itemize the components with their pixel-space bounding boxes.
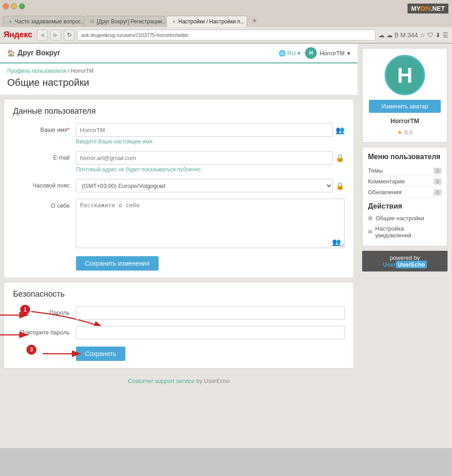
save-changes-wrap: Сохранить изменения [76,256,345,271]
reload-button[interactable]: ↻ [64,30,75,40]
tab-settings-icon: ✦ [172,19,176,24]
email-label: E-mail [13,151,76,161]
tab-settings[interactable]: ✦ Настройки / Настройки п... ✕ [166,16,247,27]
menu-item-comments: Комментарии 0 [368,176,442,187]
footer-link[interactable]: Customer support service [128,378,195,384]
confirm-password-row: Повторите пароль [13,326,345,339]
about-row: О себе 👥 [13,199,345,250]
gmail-icon: M 344 [400,31,418,39]
name-label: Ваше имя* [13,123,76,133]
save-changes-button[interactable]: Сохранить изменения [76,256,159,271]
action-notifications[interactable]: ✉ Настройка уведомлений [368,223,442,240]
close-btn[interactable] [3,3,9,9]
name-row: Ваше имя* 👥 Введите Ваше настоящее имя. [13,123,345,145]
email-row: E-mail 🔒 Почтовый адрес не будет показыв… [13,151,345,173]
nav-bar: Яндекс ◀ ▶ ↻ ☁ ☁ B M 344 ☆ 🛡 ⬇ ☰ [0,27,452,43]
user-name-header: HorrorTM [319,50,345,57]
about-control-wrap: 👥 [76,199,345,250]
watermark: MYDIV.NET [408,4,448,13]
email-input-wrap: 🔒 [76,151,345,165]
name-hint: Введите Ваше настоящее имя. [76,138,345,145]
change-avatar-button[interactable]: Изменить аватар [369,100,441,113]
avatar-rating: ★ 0.0 [397,129,412,136]
breadcrumb-parent[interactable]: Профиль пользователя [7,68,66,74]
email-control-wrap: 🔒 Почтовый адрес не будет показываться п… [76,151,345,173]
rating-value: 0.0 [404,129,412,136]
forward-button[interactable]: ▶ [50,30,61,40]
menu-item-updates: Обновления 0 [368,187,442,198]
minimize-btn[interactable] [11,3,17,9]
star-nav-icon: ☆ [420,31,425,39]
back-button[interactable]: ◀ [37,30,48,40]
menu-comments-count: 0 [434,178,442,185]
password-control-wrap [76,306,345,320]
security-save-button[interactable]: Сохранить [76,347,125,361]
timezone-lock-icon: 🔒 [336,182,345,190]
annotation-3: 3 [27,345,36,355]
breadcrumb-separator: / [67,68,69,74]
lang-label: RU [288,50,296,57]
page-footer: Customer support service by UserEcho [0,372,358,390]
password-label: Пароль [13,306,76,316]
maximize-btn[interactable] [19,3,25,9]
tabs-bar: ✦ Часто задаваемые вопрос... ✕ M [Друг В… [0,13,452,27]
lang-chevron-icon: ▾ [297,50,301,57]
tab-mail-icon: M [90,19,94,24]
security-section: Безопасность 1 2 Парол [4,282,354,369]
rating-star-icon: ★ [397,129,403,136]
action-general-settings[interactable]: ⚙ Общие настройки [368,213,442,223]
actions-title: Действия [368,202,442,210]
address-bar[interactable] [77,30,376,40]
breadcrumb: Профиль пользователя / HorrorTM [7,68,350,74]
site-header: 🏠 Друг Вокруг 🌐 RU ▾ H HorrorTM ▾ [0,44,358,63]
about-users-icon: 👥 [332,238,341,246]
avatar-letter: H [397,63,413,88]
tab-faq-icon: ✦ [9,19,12,24]
security-save-wrap: 3 Сохранить [76,347,345,361]
email-input[interactable] [76,151,333,165]
menu-themes-label: Темы [368,167,383,174]
tab-settings-label: Настройки / Настройки п... [178,18,245,25]
tab-faq[interactable]: ✦ Часто задаваемые вопрос... ✕ [3,16,84,27]
globe-icon: 🌐 [279,50,286,57]
tab-mail[interactable]: M [Друг Вокруг] Регистрации... ✕ [84,16,165,27]
main-content: 🏠 Друг Вокруг 🌐 RU ▾ H HorrorTM ▾ Профил… [0,44,358,448]
timezone-row: Часовой пояс (GMT+03:00) Europe/Volgogra… [13,179,345,192]
action-general-label: Общие настройки [376,215,424,222]
site-logo: 🏠 Друг Вокруг [7,49,60,57]
avatar-card: H Изменить аватар HorrorTM ★ 0.0 [362,48,448,142]
menu-comments-label: Комментарии [368,178,405,185]
user-data-title: Данные пользователя [13,107,345,116]
menu-updates-count: 0 [434,189,442,196]
user-menu-card: Меню пользователя Темы 0 Комментарии 0 О… [362,147,448,246]
envelope-icon: ✉ [368,229,372,235]
menu-title: Меню пользователя [368,153,442,161]
avatar-username: HorrorTM [390,117,419,125]
language-button[interactable]: 🌐 RU ▾ [279,50,301,57]
name-input-wrap: 👥 [76,123,345,137]
nav-icons: ☁ ☁ B M 344 ☆ 🛡 ⬇ ☰ [378,31,448,39]
timezone-label: Часовой пояс [13,179,76,189]
security-title: Безопасность [13,289,345,299]
name-input[interactable] [76,123,333,137]
gear-icon: ⚙ [368,215,373,222]
powered-by-text: powered by [390,254,420,261]
header-right: 🌐 RU ▾ H HorrorTM ▾ [279,47,350,59]
download-icon: ⬇ [435,31,441,39]
action-notifications-label: Настройка уведомлений [375,225,442,239]
new-tab-button[interactable]: + [248,14,261,27]
tab-faq-label: Часто задаваемые вопрос... [15,18,84,25]
site-logo-text: Друг Вокруг [18,49,60,57]
password-row: 2 Пароль [13,306,345,320]
user-data-section: Данные пользователя Ваше имя* 👥 Введите … [4,99,354,278]
menu-icon[interactable]: ☰ [443,31,448,39]
email-hint: Почтовый адрес не будет показываться пуб… [76,166,345,173]
password-input[interactable] [76,306,345,320]
users-icon: 👥 [336,126,345,134]
about-textarea[interactable] [76,199,345,248]
user-menu-button[interactable]: H HorrorTM ▾ [305,47,350,59]
timezone-select[interactable]: (GMT+03:00) Europe/Volgograd [76,179,333,192]
name-required: * [67,126,70,133]
lock-icon: 🔒 [336,154,345,162]
confirm-password-input[interactable] [76,326,345,339]
